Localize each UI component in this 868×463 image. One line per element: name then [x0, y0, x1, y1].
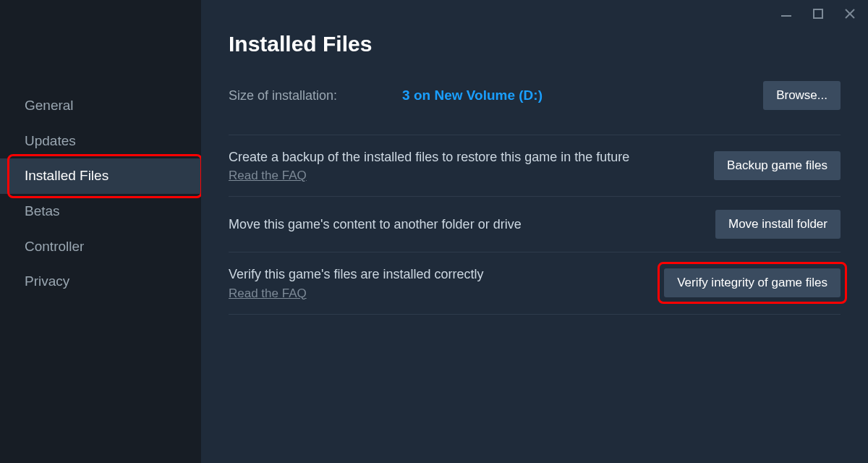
verify-button[interactable]: Verify integrity of game files: [664, 268, 841, 297]
browse-button[interactable]: Browse...: [763, 81, 841, 110]
verify-row: Verify this game's files are installed c…: [229, 252, 841, 313]
installation-size-row: Size of installation: 3 on New Volume (D…: [229, 81, 841, 135]
window-controls: [778, 6, 858, 22]
backup-faq-link[interactable]: Read the FAQ: [229, 169, 307, 183]
move-description: Move this game's content to another fold…: [229, 216, 663, 233]
main-panel: Installed Files Size of installation: 3 …: [201, 0, 868, 463]
sidebar-item-privacy[interactable]: Privacy: [0, 264, 201, 300]
verify-description: Verify this game's files are installed c…: [229, 266, 650, 283]
maximize-icon[interactable]: [810, 6, 826, 22]
sidebar-item-controller[interactable]: Controller: [0, 229, 201, 265]
sidebar-item-installed-files[interactable]: Installed Files: [0, 158, 201, 194]
move-row: Move this game's content to another fold…: [229, 197, 841, 252]
backup-description: Create a backup of the installed files t…: [229, 148, 663, 166]
verify-faq-link[interactable]: Read the FAQ: [229, 286, 307, 301]
minimize-icon[interactable]: [778, 6, 794, 22]
page-title: Installed Files: [229, 32, 841, 56]
settings-sidebar: General Updates Installed Files Betas Co…: [0, 0, 201, 463]
sidebar-item-general[interactable]: General: [0, 88, 201, 124]
svg-rect-1: [814, 9, 822, 18]
move-button[interactable]: Move install folder: [715, 210, 841, 239]
installation-size-label: Size of installation:: [229, 88, 337, 103]
sidebar-item-updates[interactable]: Updates: [0, 124, 201, 159]
backup-button[interactable]: Backup game files: [714, 151, 841, 180]
close-icon[interactable]: [842, 6, 858, 22]
installation-size-value[interactable]: 3 on New Volume (D:): [402, 88, 542, 103]
sidebar-item-betas[interactable]: Betas: [0, 194, 201, 229]
backup-row: Create a backup of the installed files t…: [229, 135, 841, 196]
